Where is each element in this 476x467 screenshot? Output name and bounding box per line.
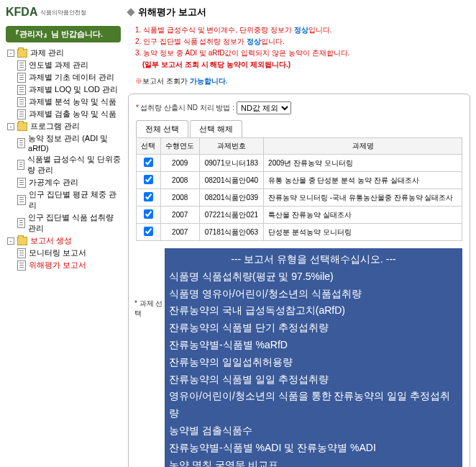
tip-row: ※보고서 조회가 가능합니다.: [135, 76, 470, 86]
row-checkbox[interactable]: [144, 175, 153, 184]
row-name: 유통 농산물 중 단성분 분석 농약 잔류 실태조사: [264, 172, 462, 189]
row-checkbox[interactable]: [144, 158, 153, 167]
row-checkbox[interactable]: [144, 227, 153, 236]
document-icon: [17, 195, 26, 205]
logo-subtext: 식품의약품안전청: [40, 9, 86, 17]
document-icon: [17, 109, 26, 119]
sidebar: KFDA 식품의약품안전청 『관리자』님 반갑습니다. - 과제 관리 연도별 …: [6, 6, 121, 467]
row-number: 07181식품안063: [199, 224, 263, 241]
tree-group-reports[interactable]: - 보고서 생성: [7, 235, 121, 247]
dropdown-option[interactable]: 잔류농약별-식품별 %ADI 및 잔류농약별 %ADI: [169, 440, 458, 457]
report-type-dropdown-expanded[interactable]: --- 보고서 유형을 선택해수십시오. ---식품명 식품섭취량(평균 및 9…: [165, 248, 462, 467]
logo: KFDA 식품의약품안전청: [6, 6, 121, 19]
assign-label: * 과제 선택: [134, 299, 163, 319]
dropdown-option[interactable]: 농약 명칭 국영문 비교표: [169, 457, 458, 467]
row-checkbox[interactable]: [144, 209, 153, 219]
notice-warn: (일부 보고서 조회 시 해당 농약이 제외됩니다.): [135, 59, 470, 71]
dropdown-option[interactable]: 잔류농약의 국내 급성독성참고치(aRfD): [169, 302, 458, 319]
tree-item[interactable]: 농약 정보 관리 (ADI 및 aRfD): [17, 132, 121, 153]
row-number: 07221식품안021: [199, 207, 263, 224]
row-name: 단성분 분석농약 모니터링: [264, 224, 462, 241]
row-year: 2008: [160, 189, 199, 207]
document-icon: [17, 60, 26, 71]
notice-3: 3. 농약 정보 중 ADI 및 aRfD값이 입력되지 않은 농약이 존재합니…: [135, 47, 470, 59]
document-icon: [17, 260, 26, 271]
dropdown-option[interactable]: 잔류농약별-식품별 %aRfD: [169, 337, 458, 354]
main-content: 위해평가 보고서 1. 식품별 급성수식 및 변이계수, 단위중량 정보가 정상…: [121, 6, 470, 467]
tree-item[interactable]: 위해평가 보고서: [17, 259, 121, 271]
dropdown-option[interactable]: 식품명 영유아/어린이/청소년의 식품섭취량: [169, 286, 458, 303]
tree-item[interactable]: 모니터링 보고서: [17, 247, 121, 259]
tree-group-tasks[interactable]: - 과제 관리: [7, 47, 121, 59]
table-row: 200707181식품안063단성분 분석농약 모니터링: [137, 224, 462, 241]
document-icon: [17, 73, 26, 83]
table-row: 200707221식품안021특산물 잔류농약 실태조사: [137, 207, 462, 224]
diamond-icon: [127, 8, 134, 16]
table-row: 200909071모니터1832009년 잔류농약 모니터링: [137, 155, 462, 172]
task-table: 선택수행연도과제번호과제명 200909071모니터1832009년 잔류농약 …: [136, 137, 462, 241]
dropdown-option[interactable]: 농약별 검출식품수: [169, 422, 458, 440]
notice-1: 1. 식품별 급성수식 및 변이계수, 단위중량 정보가 정상입니다.: [135, 24, 470, 36]
col-header: 과제명: [264, 138, 462, 155]
table-row: 200808201식품안040유통 농산물 중 단성분 분석 농약 잔류 실태조…: [137, 172, 462, 189]
document-icon: [17, 85, 26, 95]
document-icon: [17, 178, 26, 188]
row-name: 특산물 잔류농약 실태조사: [264, 207, 462, 224]
document-icon: [17, 160, 24, 170]
document-icon: [17, 97, 26, 107]
dropdown-option[interactable]: 잔류농약의 일일섭취허용량: [169, 354, 458, 371]
folder-icon: [17, 237, 27, 245]
tree-item[interactable]: 가공계수 관리: [17, 176, 121, 189]
logo-text: KFDA: [6, 6, 37, 19]
nd-field-row: *섭취량 산출시 ND 처리 방법 : ND값 제외: [136, 101, 462, 114]
collapse-icon[interactable]: -: [7, 50, 14, 57]
folder-icon: [17, 122, 27, 131]
row-name: 2009년 잔류농약 모니터링: [264, 155, 462, 172]
document-icon: [17, 218, 25, 228]
tab-deselect-all[interactable]: 선택 해제: [190, 120, 242, 137]
tree-item[interactable]: 연도별 과제 관리: [17, 59, 121, 71]
row-number: 09071모니터183: [199, 155, 263, 172]
row-number: 08201식품안039: [199, 189, 263, 207]
tree-item[interactable]: 과제별 기초 데이터 관리: [17, 71, 121, 83]
dropdown-option[interactable]: 잔류농약의 식품별 단기 추정섭취량: [169, 319, 458, 337]
assignment-section: * 과제 선택 --- 보고서 유형을 선택해수십시오. ---식품명 식품섭취…: [136, 248, 462, 467]
table-row: 200808201식품안039잔류농약 모니터링 -국내 유통농산물중 잔류농약…: [137, 189, 462, 207]
row-number: 08201식품안040: [199, 172, 263, 189]
row-year: 2008: [160, 172, 199, 189]
main-panel: *섭취량 산출시 ND 처리 방법 : ND값 제외 전체 선택 선택 해제 선…: [128, 94, 470, 467]
dropdown-option[interactable]: 잔류농약의 식품별 일일 추정섭취량: [169, 371, 458, 389]
tree-group-programs[interactable]: - 프로그램 관리: [7, 120, 121, 132]
dropdown-option[interactable]: --- 보고서 유형을 선택해수십시오. ---: [169, 251, 458, 268]
dropdown-option[interactable]: 식품명 식품섭취량(평균 및 97.5%ile): [169, 268, 458, 286]
row-year: 2009: [160, 155, 199, 172]
tree-item[interactable]: 과제별 분석 농약 및 식품: [17, 96, 121, 108]
folder-icon: [17, 49, 27, 58]
row-name: 잔류농약 모니터링 -국내 유통농산물중 잔류농약 실태조사: [264, 189, 462, 207]
tree-item[interactable]: 인구 집단별 평균 체중 관리: [17, 189, 121, 212]
dropdown-option[interactable]: 영유아/어린이/청소년의 식품을 통한 잔류농약의 일일 추정섭취량: [169, 388, 458, 422]
nav-tree: - 과제 관리 연도별 과제 관리과제별 기초 데이터 관리과제별 LOQ 및 …: [6, 47, 121, 271]
tab-bar: 전체 선택 선택 해제: [136, 120, 462, 137]
row-year: 2007: [160, 207, 199, 224]
page-title-row: 위해평가 보고서: [128, 6, 470, 19]
notice-list: 1. 식품별 급성수식 및 변이계수, 단위중량 정보가 정상입니다. 2. 인…: [128, 24, 470, 71]
tree-item[interactable]: 인구 집단별 식품 섭취량 관리: [17, 212, 121, 235]
col-header: 과제번호: [199, 138, 263, 155]
tree-item[interactable]: 과제별 LOQ 및 LOD 관리: [17, 83, 121, 96]
notice-2: 2. 인구 집단별 식품 섭취량 정보가 정상입니다.: [135, 36, 470, 47]
nd-select[interactable]: ND값 제외: [237, 101, 291, 114]
nd-label: *섭취량 산출시 ND 처리 방법 :: [136, 103, 237, 113]
row-checkbox[interactable]: [144, 192, 153, 201]
page-title: 위해평가 보고서: [138, 6, 206, 19]
tree-item[interactable]: 식품별 급성수식 및 단위중량 관리: [17, 153, 121, 176]
document-icon: [17, 248, 26, 258]
welcome-banner: 『관리자』님 반갑습니다.: [6, 26, 121, 42]
collapse-icon[interactable]: -: [7, 237, 14, 245]
tree-item[interactable]: 과제별 검출 농약 및 식품: [17, 108, 121, 120]
collapse-icon[interactable]: -: [7, 123, 14, 130]
document-icon: [17, 138, 25, 148]
row-year: 2007: [160, 224, 199, 241]
col-header: 수행연도: [160, 138, 199, 155]
tab-select-all[interactable]: 전체 선택: [136, 120, 188, 137]
